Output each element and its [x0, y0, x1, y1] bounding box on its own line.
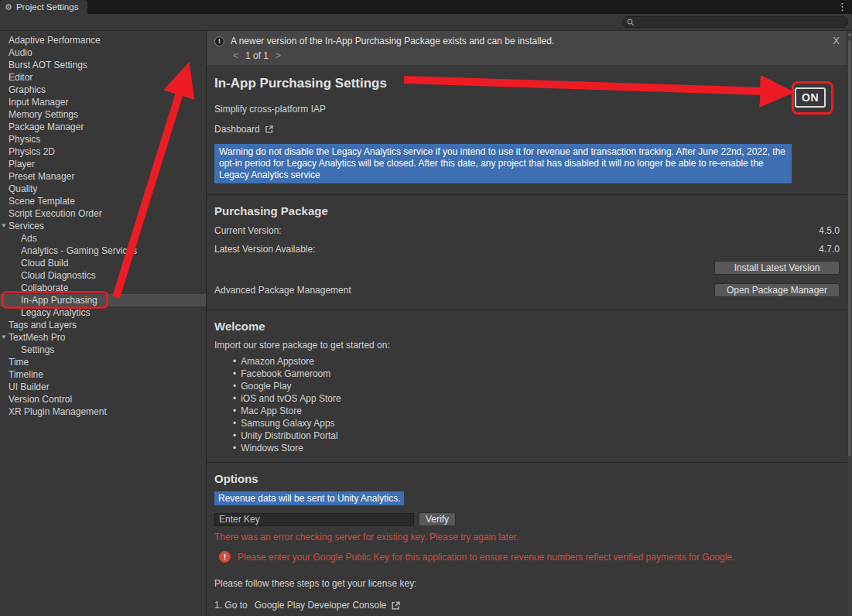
- alert-icon: !: [214, 36, 224, 46]
- sidebar-item-script-execution-order[interactable]: Script Execution Order: [0, 207, 206, 220]
- sidebar-item-label: Cloud Build: [21, 258, 68, 269]
- window-menu-icon[interactable]: ⋮: [837, 0, 852, 14]
- sidebar-item-label: Script Execution Order: [9, 208, 102, 219]
- store-list-item: Unity Distribution Portal: [233, 429, 840, 442]
- sidebar-item-scene-template[interactable]: Scene Template: [0, 195, 206, 207]
- steps-intro: Please follow these steps to get your li…: [214, 578, 840, 589]
- external-link-icon: [391, 601, 401, 611]
- sidebar-item-version-control[interactable]: Version Control: [0, 393, 206, 406]
- search-box[interactable]: [622, 16, 848, 28]
- sidebar-item-label: Timeline: [9, 369, 43, 380]
- foldout-arrow-icon[interactable]: ▼: [1, 220, 7, 232]
- sidebar-item-label: Cloud Diagnostics: [21, 270, 96, 281]
- current-version-value: 4.5.0: [819, 225, 840, 236]
- step1-prefix: 1. Go to: [214, 600, 248, 611]
- google-public-key-input[interactable]: [214, 513, 414, 526]
- sidebar-item-memory-settings[interactable]: Memory Settings: [0, 108, 206, 121]
- verify-button[interactable]: Verify: [419, 512, 456, 526]
- install-latest-version-button[interactable]: Install Latest Version: [714, 261, 840, 275]
- sidebar-item-player[interactable]: Player: [0, 158, 206, 170]
- section-divider: [207, 462, 852, 463]
- sidebar-item-preset-manager[interactable]: Preset Manager: [0, 170, 206, 183]
- tab-project-settings[interactable]: ⚙ Project Settings: [0, 0, 87, 14]
- sidebar-item-physics-2d[interactable]: Physics 2D: [0, 145, 206, 158]
- store-list-item: Amazon Appstore: [233, 355, 840, 368]
- gear-icon: ⚙: [5, 3, 12, 12]
- close-icon[interactable]: X: [833, 35, 840, 46]
- google-key-error-text: Please enter your Google Public Key for …: [238, 552, 734, 563]
- latest-version-label: Latest Version Available:: [214, 244, 316, 255]
- purchasing-package-heading: Purchasing Package: [214, 204, 840, 217]
- sidebar-item-label: Analytics - Gaming Services: [21, 245, 137, 256]
- sidebar-item-label: Package Manager: [9, 121, 84, 132]
- sidebar-item-label: In-App Purchasing: [21, 295, 98, 306]
- sidebar-item-timeline[interactable]: Timeline: [0, 368, 206, 381]
- sidebar-item-in-app-purchasing[interactable]: In-App Purchasing: [0, 294, 206, 306]
- sidebar-item-settings[interactable]: Settings: [0, 344, 206, 356]
- sidebar-item-burst-aot-settings[interactable]: Burst AOT Settings: [0, 59, 206, 71]
- dashboard-link[interactable]: Dashboard: [214, 124, 274, 135]
- section-divider: [207, 310, 852, 310]
- revenue-note: Revenue data will be sent to Unity Analy…: [214, 491, 404, 505]
- sidebar-item-label: Quality: [9, 183, 37, 194]
- sidebar-item-label: Memory Settings: [9, 109, 78, 120]
- sidebar-item-label: Version Control: [9, 394, 72, 405]
- latest-version-value: 4.7.0: [819, 244, 840, 255]
- sidebar-item-label: Player: [9, 159, 35, 169]
- sidebar-item-textmesh-pro[interactable]: ▼TextMesh Pro: [0, 331, 206, 344]
- sidebar-item-label: Adaptive Performance: [9, 35, 101, 46]
- toolbar: [0, 14, 852, 31]
- dashboard-link-label: Dashboard: [214, 124, 260, 135]
- sidebar-item-time[interactable]: Time: [0, 356, 206, 368]
- search-icon: [627, 19, 635, 26]
- sidebar-item-services[interactable]: ▼Services: [0, 220, 206, 232]
- sidebar-item-cloud-diagnostics[interactable]: Cloud Diagnostics: [0, 269, 206, 282]
- sidebar-item-label: Audio: [9, 47, 33, 58]
- foldout-arrow-icon[interactable]: ▼: [1, 331, 7, 344]
- sidebar-item-analytics-gaming-services[interactable]: Analytics - Gaming Services: [0, 245, 206, 257]
- welcome-intro: Import our store package to get started …: [214, 340, 840, 351]
- scrollbar-thumb[interactable]: [848, 40, 851, 457]
- sidebar-item-legacy-analytics[interactable]: Legacy Analytics: [0, 306, 206, 319]
- error-icon: !: [219, 551, 231, 563]
- tab-title: Project Settings: [16, 2, 79, 12]
- sidebar-item-label: TextMesh Pro: [9, 332, 65, 343]
- sidebar-item-ui-builder[interactable]: UI Builder: [0, 381, 206, 393]
- sidebar-item-label: Time: [9, 357, 29, 368]
- sidebar-item-adaptive-performance[interactable]: Adaptive Performance: [0, 34, 206, 46]
- sidebar-item-package-manager[interactable]: Package Manager: [0, 121, 206, 133]
- scroll-up-icon[interactable]: ▲: [847, 32, 852, 36]
- sidebar-item-cloud-build[interactable]: Cloud Build: [0, 257, 206, 269]
- legacy-analytics-warning: Warning do not disable the Legacy Analyt…: [214, 144, 792, 183]
- sidebar-item-tags-and-layers[interactable]: Tags and Layers: [0, 319, 206, 331]
- sidebar-item-editor[interactable]: Editor: [0, 71, 206, 84]
- external-link-icon: [265, 125, 274, 134]
- sidebar-item-label: UI Builder: [9, 382, 50, 392]
- sidebar-item-label: Input Manager: [9, 97, 68, 108]
- sidebar-item-physics[interactable]: Physics: [0, 133, 206, 145]
- sidebar-item-label: Legacy Analytics: [21, 307, 90, 318]
- google-play-console-link[interactable]: Google Play Developer Console: [255, 600, 387, 611]
- sidebar-item-quality[interactable]: Quality: [0, 183, 206, 195]
- sidebar-item-graphics[interactable]: Graphics: [0, 84, 206, 96]
- sidebar-item-xr-plugin-management[interactable]: XR Plugin Management: [0, 406, 206, 418]
- sidebar-item-ads[interactable]: Ads: [0, 232, 206, 245]
- store-list-item: Windows Store: [233, 442, 840, 454]
- search-input[interactable]: [638, 18, 843, 27]
- open-package-manager-button[interactable]: Open Package Manager: [714, 283, 840, 297]
- server-error-text: There was an error checking server for e…: [214, 532, 840, 542]
- sidebar-item-label: Editor: [9, 72, 33, 83]
- sidebar-item-label: Graphics: [9, 84, 46, 95]
- sidebar-item-input-manager[interactable]: Input Manager: [0, 96, 206, 108]
- vertical-scrollbar[interactable]: ▲: [847, 31, 852, 616]
- iap-enabled-toggle[interactable]: ON: [795, 87, 826, 108]
- store-list-item: iOS and tvOS App Store: [233, 392, 840, 405]
- pagination-next-button[interactable]: >: [275, 50, 281, 61]
- sidebar-item-collaborate[interactable]: Collaborate: [0, 282, 206, 294]
- notification-text: A newer version of the In-App Purchasing…: [231, 36, 554, 46]
- sidebar-item-label: Preset Manager: [9, 171, 74, 182]
- sidebar-item-audio[interactable]: Audio: [0, 46, 206, 59]
- pagination-prev-button[interactable]: <: [233, 50, 238, 61]
- sidebar-item-label: Settings: [21, 344, 54, 355]
- store-list-item: Facebook Gameroom: [233, 368, 840, 380]
